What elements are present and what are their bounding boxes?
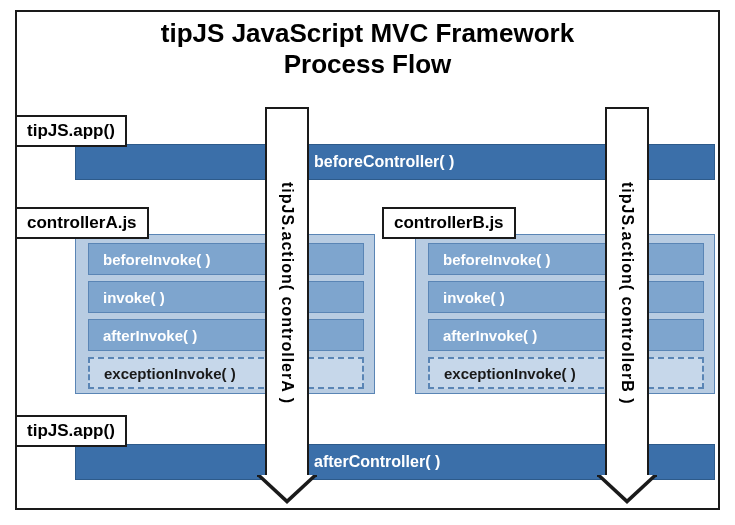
tag-controller-b: controllerB.js <box>382 207 516 239</box>
tag-app-bottom: tipJS.app() <box>15 415 127 447</box>
ctrl-b-before-invoke: beforeInvoke( ) <box>428 243 704 275</box>
ctrl-a-exception-invoke-label: exceptionInvoke( ) <box>104 365 236 382</box>
arrow-controller-b: tipJS.action( controllerB ) <box>605 107 649 502</box>
tag-controller-a-label: controllerA.js <box>27 213 137 232</box>
arrow-controller-a: tipJS.action( controllerA ) <box>265 107 309 502</box>
arrow-a-label: tipJS.action( controllerA ) <box>278 182 296 404</box>
ctrl-a-exception-invoke: exceptionInvoke( ) <box>88 357 364 389</box>
tag-app-top: tipJS.app() <box>15 115 127 147</box>
title-line-2: Process Flow <box>284 49 452 79</box>
diagram-frame: tipJS JavaScript MVC Framework Process F… <box>15 10 720 510</box>
ctrl-a-before-invoke: beforeInvoke( ) <box>88 243 364 275</box>
ctrl-a-invoke-label: invoke( ) <box>103 289 165 306</box>
ctrl-b-exception-invoke: exceptionInvoke( ) <box>428 357 704 389</box>
ctrl-b-after-invoke-label: afterInvoke( ) <box>443 327 537 344</box>
ctrl-b-after-invoke: afterInvoke( ) <box>428 319 704 351</box>
ctrl-a-after-invoke: afterInvoke( ) <box>88 319 364 351</box>
title-line-1: tipJS JavaScript MVC Framework <box>161 18 574 48</box>
tag-app-bottom-label: tipJS.app() <box>27 421 115 440</box>
ctrl-a-after-invoke-label: afterInvoke( ) <box>103 327 197 344</box>
ctrl-b-invoke: invoke( ) <box>428 281 704 313</box>
ctrl-a-invoke: invoke( ) <box>88 281 364 313</box>
after-controller-label: afterController( ) <box>314 453 440 471</box>
diagram-title: tipJS JavaScript MVC Framework Process F… <box>17 18 718 80</box>
arrow-b-label: tipJS.action( controllerB ) <box>618 182 636 405</box>
tag-controller-a: controllerA.js <box>15 207 149 239</box>
controller-a-box: beforeInvoke( ) invoke( ) afterInvoke( )… <box>75 234 375 394</box>
controller-b-box: beforeInvoke( ) invoke( ) afterInvoke( )… <box>415 234 715 394</box>
ctrl-a-before-invoke-label: beforeInvoke( ) <box>103 251 211 268</box>
ctrl-b-before-invoke-label: beforeInvoke( ) <box>443 251 551 268</box>
ctrl-b-invoke-label: invoke( ) <box>443 289 505 306</box>
tag-app-top-label: tipJS.app() <box>27 121 115 140</box>
before-controller-label: beforeController( ) <box>314 153 454 171</box>
tag-controller-b-label: controllerB.js <box>394 213 504 232</box>
ctrl-b-exception-invoke-label: exceptionInvoke( ) <box>444 365 576 382</box>
